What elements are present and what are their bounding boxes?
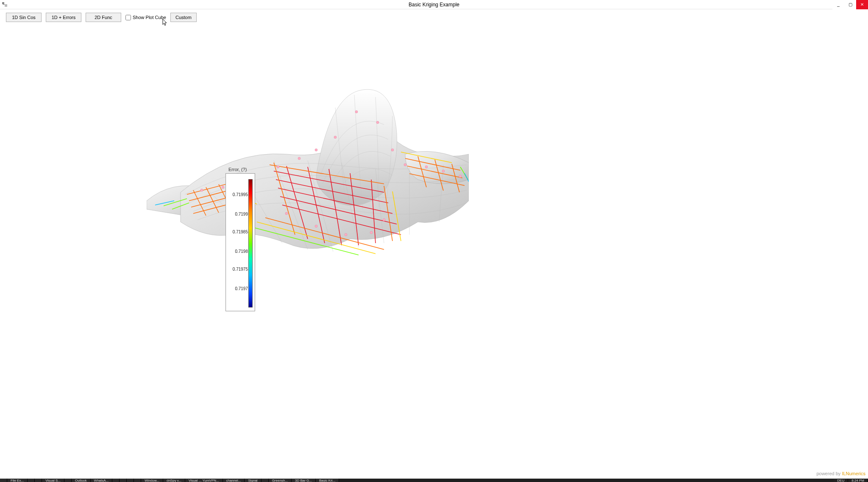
taskbar-item[interactable]: Visual ... YumVPN...	[185, 479, 223, 482]
colorbar-gradient	[248, 179, 253, 307]
svg-point-20	[370, 231, 373, 234]
taskbar-item[interactable]: channel...	[223, 479, 245, 482]
svg-point-13	[404, 163, 406, 166]
colorbar-tick: 0.71985	[228, 230, 248, 234]
titlebar: Basic Kriging Example _ ▢ ✕	[0, 0, 868, 9]
taskbar-item[interactable]	[120, 479, 127, 482]
colorbar-tick: 0.7197	[228, 286, 248, 291]
watermark: powered by ILNumerics	[816, 471, 865, 476]
close-button[interactable]: ✕	[856, 0, 868, 9]
svg-point-16	[459, 175, 462, 177]
colorbar-title: Error, (?)	[228, 167, 247, 172]
taskbar-item[interactable]	[112, 479, 120, 482]
2d-func-button[interactable]: 2D Func	[86, 13, 121, 22]
svg-point-3	[200, 189, 203, 191]
taskbar-item[interactable]: Visual S...	[42, 479, 64, 482]
app-icon	[2, 1, 8, 7]
colorbar-tick: 0.7199	[228, 211, 248, 216]
svg-point-19	[345, 233, 347, 236]
svg-point-14	[425, 166, 428, 168]
colorbar-tick: 0.71975	[228, 267, 248, 271]
taskbar-item[interactable]: dnSpy v...	[163, 479, 185, 482]
svg-point-11	[376, 121, 379, 124]
svg-rect-0	[2, 2, 4, 4]
svg-point-4	[222, 186, 224, 188]
svg-point-12	[391, 149, 394, 151]
colorbar-tick: 0.71995	[228, 192, 248, 197]
plot-area: Error, (?) 0.719950.71990.719850.71980.7…	[0, 23, 868, 479]
kriging-surface-plot[interactable]	[147, 82, 469, 269]
colorbar-legend[interactable]: Error, (?) 0.719950.71990.719850.71980.7…	[225, 173, 255, 311]
svg-rect-2	[3, 4, 5, 5]
taskbar-item[interactable]	[0, 479, 7, 482]
taskbar-item[interactable]	[35, 479, 42, 482]
svg-point-7	[298, 157, 300, 160]
taskbar-item[interactable]	[262, 479, 269, 482]
taskbar-item[interactable]: Outlook	[72, 479, 91, 482]
show-plot-cube-label: Show Plot Cube	[133, 15, 166, 20]
taskbar: File Ex...Visual S...OutlookWhatsA...Win…	[0, 479, 868, 482]
taskbar-tray-item[interactable]: DEU	[834, 479, 848, 482]
taskbar-item[interactable]	[64, 479, 72, 482]
maximize-button[interactable]: ▢	[844, 0, 856, 9]
window-controls: _ ▢ ✕	[832, 0, 868, 9]
watermark-prefix: powered by	[816, 471, 842, 476]
taskbar-item[interactable]: Basic Kri...	[316, 479, 339, 482]
svg-point-6	[277, 166, 279, 168]
taskbar-item[interactable]: WhatsA...	[91, 479, 113, 482]
show-plot-cube-checkbox[interactable]: Show Plot Cube	[125, 15, 166, 20]
1d-sincos-button[interactable]: 1D Sin Cos	[6, 13, 42, 22]
svg-point-17	[285, 212, 288, 215]
svg-point-8	[315, 149, 317, 151]
taskbar-item[interactable]: File Ex...	[7, 479, 28, 482]
colorbar-ticks: 0.719950.71990.719850.71980.719750.7197	[228, 179, 248, 307]
svg-point-10	[355, 111, 358, 113]
1d-errors-button[interactable]: 1D + Errors	[46, 13, 81, 22]
taskbar-item[interactable]	[134, 479, 141, 482]
window-title: Basic Kriging Example	[0, 0, 868, 9]
minimize-button[interactable]: _	[832, 0, 844, 9]
taskbar-item[interactable]: Signal	[245, 479, 261, 482]
watermark-brand: ILNumerics	[842, 471, 865, 476]
taskbar-tray-item[interactable]: 8:24 PM	[848, 479, 868, 482]
taskbar-item[interactable]: Window...	[141, 479, 163, 482]
taskbar-item[interactable]: 3D Bar G...	[292, 479, 316, 482]
svg-rect-1	[5, 4, 7, 7]
taskbar-item[interactable]: Greensh...	[269, 479, 292, 482]
colorbar-tick: 0.7198	[228, 249, 248, 253]
taskbar-item[interactable]	[28, 479, 35, 482]
svg-point-15	[442, 170, 445, 172]
svg-point-18	[315, 225, 317, 227]
svg-point-21	[383, 219, 385, 221]
show-plot-cube-input[interactable]	[125, 15, 131, 20]
svg-point-9	[334, 136, 337, 139]
custom-button[interactable]: Custom	[170, 13, 197, 22]
taskbar-item[interactable]	[127, 479, 134, 482]
